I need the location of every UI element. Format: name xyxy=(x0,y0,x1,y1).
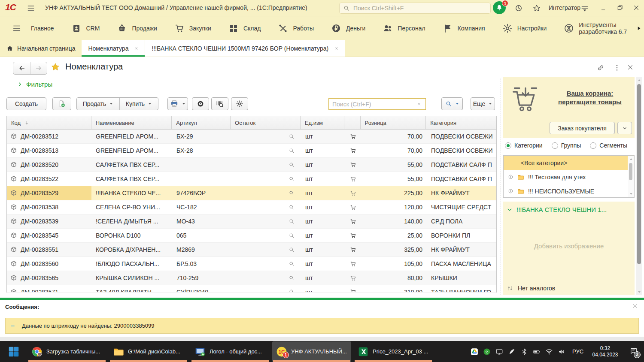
cell-open-search[interactable] xyxy=(282,275,301,281)
taskbar-app-логол-общий-дос[interactable]: Логол - общий дос... xyxy=(191,341,270,362)
search-button[interactable] xyxy=(441,97,463,110)
history-icon[interactable] xyxy=(514,4,523,12)
cell-add-to-cart[interactable] xyxy=(345,133,361,140)
restore-button[interactable] xyxy=(617,4,623,11)
tab-начальная-страница[interactable]: Начальная страница xyxy=(0,40,82,57)
sections-menu-icon[interactable] xyxy=(12,24,21,33)
ribbon-overflow-icon[interactable] xyxy=(636,25,642,31)
taskbar-app-унф-актуальный[interactable]: 1С1УНФ АКТУАЛЬНЫЙ... xyxy=(272,341,351,362)
cell-add-to-cart[interactable] xyxy=(345,204,361,211)
cell-open-search[interactable] xyxy=(282,261,301,267)
radio-сегменты[interactable]: Сегменты xyxy=(590,142,627,149)
action-center-button[interactable]: 2 xyxy=(629,347,638,356)
battery-icon[interactable] xyxy=(533,348,541,356)
cell-add-to-cart[interactable] xyxy=(345,162,361,168)
barcode-search-button[interactable] xyxy=(211,97,228,110)
close-icon[interactable] xyxy=(334,46,338,51)
back-button[interactable] xyxy=(13,62,30,74)
cell-add-to-cart[interactable] xyxy=(345,218,361,225)
sell-button[interactable]: Продать xyxy=(77,98,119,110)
tree-plus-icon[interactable] xyxy=(508,188,513,194)
cell-open-search[interactable] xyxy=(282,190,301,196)
column-header-розница[interactable]: Розница xyxy=(361,116,426,129)
table-row[interactable]: ДМ-00283560!БЛЮДО ПАСХАЛЬН...БР.5.03шт10… xyxy=(7,257,496,271)
ribbon-item-компания[interactable]: Компания xyxy=(443,23,485,33)
buy-button[interactable]: Купить xyxy=(119,98,158,110)
bluetooth-icon[interactable] xyxy=(520,348,528,356)
cell-open-search[interactable] xyxy=(282,133,301,139)
cell-add-to-cart[interactable] xyxy=(345,190,361,196)
category-scrollbar[interactable] xyxy=(628,156,634,197)
cell-open-search[interactable] xyxy=(282,232,301,238)
create-button[interactable]: Создать xyxy=(6,97,46,110)
category-item-тестовая-для-утех[interactable]: !!! Тестовая для утех xyxy=(504,170,634,184)
tray-pen-icon[interactable] xyxy=(508,348,516,356)
ribbon-item-настройки[interactable]: Настройки xyxy=(502,23,547,33)
category-item-все-категории[interactable]: <Все категории> xyxy=(504,156,634,170)
close-messages-icon[interactable] xyxy=(632,303,638,309)
favorites-icon[interactable] xyxy=(532,4,541,12)
wifi-icon[interactable] xyxy=(545,348,553,356)
cell-add-to-cart[interactable] xyxy=(345,232,361,239)
table-row[interactable]: ДМ-00283551КОРОБКА Д/ХРАНЕН...М2869шт325… xyxy=(7,243,496,257)
cell-add-to-cart[interactable] xyxy=(345,275,361,281)
column-header-остаток[interactable]: Остаток xyxy=(231,116,281,129)
language-indicator[interactable]: РУС xyxy=(572,348,583,355)
table-row[interactable]: ДМ-00283545ВОРОНКА D100065шт25,00ВОРОНКИ… xyxy=(7,229,496,243)
tray-pc-icon[interactable] xyxy=(495,348,503,356)
column-header-icon-4[interactable] xyxy=(281,116,301,129)
cell-open-search[interactable] xyxy=(282,247,301,253)
analogs-link[interactable]: Нет аналогов xyxy=(507,285,555,292)
volume-icon[interactable] xyxy=(558,348,565,356)
tab-номенклатура[interactable]: Номенклатура xyxy=(82,40,145,57)
product-header[interactable]: !!!БАНКА СТЕКЛО ЧЕШНИ 1... xyxy=(507,206,632,213)
table-row[interactable]: ДМ-00283529!!!БАНКА СТЕКЛО ЧЕ...97426БОР… xyxy=(7,186,496,200)
ribbon-item-склад[interactable]: Склад xyxy=(228,23,261,33)
service-menu-icon[interactable] xyxy=(580,4,589,12)
gdrive-icon[interactable] xyxy=(471,348,478,356)
cart-dropzone[interactable]: Ваша корзина: перетащите товары Заказ по… xyxy=(503,77,635,138)
taskbar-app-загрузка-табличны[interactable]: Загрузка табличны... xyxy=(27,341,106,362)
table-row[interactable]: ДМ-00283538СЕЛЕНА СР-ВО УНИ...ЧС-182шт12… xyxy=(7,200,496,214)
column-header-категория[interactable]: Категория xyxy=(426,116,496,129)
taskbar-app-g-мой-диск-colab[interactable]: G:\Мой диск\Colab... xyxy=(109,341,188,362)
ribbon-item-деньги[interactable]: Деньги xyxy=(331,23,365,33)
close-page-icon[interactable] xyxy=(627,64,634,71)
cell-open-search[interactable] xyxy=(282,148,301,154)
cell-add-to-cart[interactable] xyxy=(345,261,361,267)
column-header-icon-6[interactable] xyxy=(344,116,361,129)
print-button[interactable] xyxy=(167,97,188,110)
cell-open-search[interactable] xyxy=(282,176,301,182)
cell-open-search[interactable] xyxy=(282,204,301,210)
minimize-button[interactable] xyxy=(600,5,607,12)
forward-button[interactable] xyxy=(30,62,47,74)
column-header-ед-изм[interactable]: Ед.изм xyxy=(301,116,344,129)
ribbon-item-персонал[interactable]: Персонал xyxy=(383,23,425,33)
table-row[interactable]: ДМ-00283520САЛФЕТКА ПВХ СЕР...шт55,00ПОД… xyxy=(7,158,496,172)
scrollbar-thumb[interactable] xyxy=(629,163,632,180)
customer-order-dropdown[interactable] xyxy=(617,122,632,134)
ribbon-item-работы[interactable]: Работы xyxy=(278,23,314,33)
ribbon-item-закупки[interactable]: Закупки xyxy=(174,23,211,33)
clear-search-button[interactable] xyxy=(412,99,425,109)
table-row[interactable]: ДМ-00283565КРЫШКА СИЛИКОН ...710-259шт80… xyxy=(7,271,496,285)
close-window-button[interactable] xyxy=(633,4,640,11)
cart-hint-link[interactable]: Ваша корзина: перетащите товары xyxy=(550,89,630,106)
cell-add-to-cart[interactable] xyxy=(345,176,361,182)
view-button[interactable] xyxy=(192,97,209,110)
more-menu-icon[interactable] xyxy=(613,64,621,72)
user-menu[interactable]: Интегратор xyxy=(549,4,580,11)
table-row[interactable]: ДМ-00283522САЛФЕТКА ПВХ СЕР...шт55,00ПОД… xyxy=(7,172,496,186)
cell-open-search[interactable] xyxy=(282,218,301,224)
start-button[interactable] xyxy=(3,341,24,362)
table-row[interactable]: ДМ-00283512GREENFIELD АРОМ...БХ-29шт70,0… xyxy=(7,130,496,144)
panel-scrollbar[interactable] xyxy=(636,77,642,295)
ribbon-item-главное[interactable]: Главное xyxy=(31,25,54,32)
category-item-неиспользуемые[interactable]: !!! НЕИСПОЛЬЗУЕМЫЕ xyxy=(504,184,634,198)
cell-add-to-cart[interactable] xyxy=(345,148,361,154)
ribbon-item-инструменты-разработчика-6-7[interactable]: Инструментыразработчика 6.7 xyxy=(564,21,627,35)
radio-категории[interactable]: Категории xyxy=(505,142,543,149)
main-menu-icon[interactable] xyxy=(27,4,35,12)
customer-order-button[interactable]: Заказ покупателя xyxy=(550,122,615,134)
table-row[interactable]: ДМ-00283513GREENFIELD АРОМ...БХ-28шт70,0… xyxy=(7,144,496,158)
